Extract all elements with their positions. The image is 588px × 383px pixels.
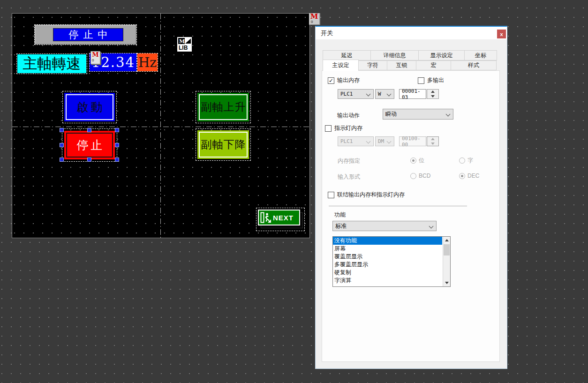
link-memories-checkbox[interactable]: 联结输出内存和指示灯内存 bbox=[328, 191, 405, 199]
selection-handle[interactable] bbox=[60, 143, 64, 147]
output-action-value: 瞬动 bbox=[385, 110, 397, 118]
tab-main-setting[interactable]: 主设定 bbox=[323, 60, 359, 71]
radio-icon bbox=[410, 158, 416, 164]
next-screen-button[interactable]: NEXT bbox=[256, 208, 304, 231]
scroll-thumb[interactable] bbox=[444, 244, 450, 255]
switch-settings-dialog: 开关 x 延迟 详细信息 显示设定 坐标 主设定 字符 互锁 宏 样式 ✓ 输出… bbox=[315, 26, 507, 369]
list-item[interactable]: 硬复制 bbox=[333, 269, 442, 277]
selection-handle[interactable] bbox=[115, 128, 119, 132]
scroll-up-button[interactable] bbox=[443, 237, 450, 244]
mlib-icon-lib: LIB bbox=[179, 45, 188, 51]
main-setting-pane: ✓ 输出内存 多输出 PLC1 W 00001-03 输出动作 瞬动 指示灯内存 bbox=[322, 70, 500, 362]
tab-macro[interactable]: 宏 bbox=[416, 60, 451, 70]
radio-icon bbox=[459, 173, 465, 179]
screen-macro-badge-letter: M bbox=[309, 13, 319, 20]
radio-dec-label: DEC bbox=[467, 173, 479, 179]
tab-delay[interactable]: 延迟 bbox=[323, 50, 371, 60]
selection-handle[interactable] bbox=[60, 158, 64, 162]
lamp-memory-checkbox[interactable]: 指示灯内存 bbox=[325, 124, 362, 132]
selection-handle[interactable] bbox=[115, 143, 119, 147]
dialog-title: 开关 bbox=[321, 27, 333, 39]
output-address-field[interactable]: 00001-03 bbox=[399, 89, 426, 99]
lamp-plc-select: PLC1 bbox=[338, 136, 374, 146]
scroll-down-icon bbox=[445, 282, 449, 284]
output-memory-label: 输出内存 bbox=[337, 76, 360, 84]
radio-bit-label: 位 bbox=[419, 157, 424, 165]
output-plc-select[interactable]: PLC1 bbox=[338, 89, 374, 99]
start-button[interactable]: 啟動 bbox=[64, 93, 115, 121]
separator bbox=[329, 206, 467, 206]
spin-up-icon bbox=[431, 138, 435, 140]
output-action-select[interactable]: 瞬动 bbox=[383, 109, 453, 120]
radio-bcd: BCD bbox=[410, 173, 430, 179]
tab-style[interactable]: 样式 bbox=[451, 60, 497, 70]
status-lamp[interactable]: 停止中 bbox=[35, 25, 136, 45]
list-item[interactable]: 屏幕 bbox=[333, 245, 442, 253]
selection-handle[interactable] bbox=[87, 128, 91, 132]
radio-word-label: 字 bbox=[467, 157, 473, 165]
function-label: 功能 bbox=[334, 211, 346, 219]
chevron-down-icon bbox=[366, 92, 371, 97]
chevron-down-icon bbox=[446, 112, 451, 117]
output-type-select[interactable]: W bbox=[375, 89, 394, 99]
spindle-speed-label[interactable]: 主軸轉速 bbox=[17, 54, 86, 73]
chevron-down-icon bbox=[387, 139, 392, 144]
screen-macro-badge-count: 0 bbox=[309, 20, 319, 24]
list-item[interactable]: 字演算 bbox=[333, 277, 442, 285]
radio-bit: 位 bbox=[410, 157, 424, 165]
aux-up-button-label: 副軸上升 bbox=[197, 93, 249, 121]
selection-handle[interactable] bbox=[87, 158, 91, 162]
radio-icon bbox=[410, 173, 416, 179]
unit-label[interactable]: Hz bbox=[137, 53, 158, 71]
mlib-library-icon[interactable]: M LIB bbox=[177, 37, 192, 52]
selection-handle[interactable] bbox=[115, 158, 119, 162]
function-category-select[interactable]: 标准 bbox=[332, 221, 437, 231]
aux-down-button-label: 副軸下降 bbox=[197, 130, 249, 159]
lamp-plc-value: PLC1 bbox=[340, 138, 353, 144]
close-button[interactable]: x bbox=[497, 30, 506, 38]
aux-up-button[interactable]: 副軸上升 bbox=[197, 93, 249, 121]
tab-display-setting[interactable]: 显示设定 bbox=[418, 50, 465, 60]
list-item[interactable]: 没有功能 bbox=[333, 237, 442, 245]
scroll-down-button[interactable] bbox=[443, 279, 450, 286]
multi-output-checkbox[interactable]: 多输出 bbox=[418, 76, 444, 84]
mlib-icon-m: M bbox=[179, 38, 185, 45]
chevron-down-icon bbox=[366, 139, 371, 144]
selection-handle[interactable] bbox=[60, 128, 64, 132]
scroll-up-icon bbox=[445, 239, 449, 241]
tab-interlock[interactable]: 互锁 bbox=[387, 60, 416, 70]
center-guide-vertical bbox=[160, 14, 161, 239]
spin-down-icon bbox=[431, 143, 435, 145]
radio-bcd-label: BCD bbox=[419, 173, 430, 179]
aux-down-button[interactable]: 副軸下降 bbox=[197, 130, 249, 159]
list-item[interactable]: 多覆盖层显示 bbox=[333, 261, 442, 269]
spin-down-icon bbox=[431, 95, 435, 98]
exit-man-icon bbox=[260, 211, 271, 224]
next-button-label: NEXT bbox=[273, 214, 294, 222]
radio-icon bbox=[459, 158, 465, 164]
output-address-stepper[interactable] bbox=[427, 89, 439, 99]
lamp-address-stepper bbox=[427, 136, 439, 146]
tab-character[interactable]: 字符 bbox=[358, 60, 387, 70]
multi-output-label: 多输出 bbox=[427, 76, 444, 84]
function-listbox[interactable]: 没有功能 屏幕 覆盖层显示 多覆盖层显示 硬复制 字演算 bbox=[332, 236, 451, 287]
scrollbar[interactable] bbox=[443, 237, 450, 286]
macro-badge-count: 0 bbox=[91, 58, 100, 62]
dialog-titlebar[interactable]: 开关 x bbox=[316, 27, 507, 39]
hmi-screen-canvas[interactable]: 停止中 主軸轉速 12.34 Hz M 0 啟動 停止 副軸上升 副軸下降 bbox=[12, 13, 310, 238]
output-memory-checkbox[interactable]: ✓ 输出内存 bbox=[328, 76, 360, 84]
radio-word: 字 bbox=[459, 157, 473, 165]
spin-up-icon bbox=[431, 90, 435, 93]
tab-coordinates[interactable]: 坐标 bbox=[464, 50, 497, 60]
stop-button[interactable]: 停止 bbox=[64, 131, 115, 159]
list-item[interactable]: 覆盖层显示 bbox=[333, 253, 442, 261]
macro-badge-letter: M bbox=[91, 52, 100, 58]
output-action-label: 输出动作 bbox=[337, 112, 360, 120]
macro-badge-icon: M 0 bbox=[90, 51, 100, 64]
lamp-memory-label: 指示灯内存 bbox=[334, 124, 362, 132]
status-lamp-label: 停止中 bbox=[53, 28, 123, 41]
screen-macro-badge-icon[interactable]: M 0 bbox=[309, 13, 320, 25]
tab-detail-info[interactable]: 详细信息 bbox=[370, 50, 419, 60]
output-plc-value: PLC1 bbox=[340, 91, 353, 97]
input-format-label: 输入形式 bbox=[338, 173, 360, 181]
